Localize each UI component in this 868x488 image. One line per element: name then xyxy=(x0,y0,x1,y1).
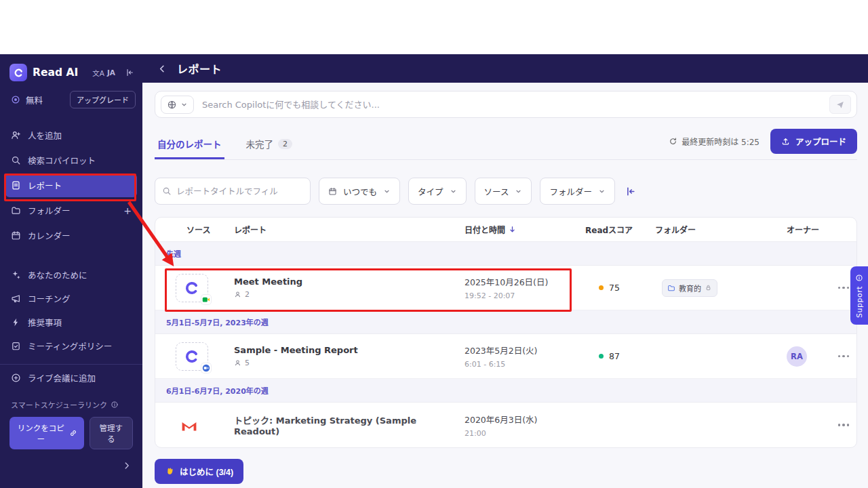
search-icon xyxy=(162,186,172,196)
sidebar-item-add-live-meeting[interactable]: ライブ会議に追加 xyxy=(0,364,142,391)
sidebar-collapse-icon[interactable] xyxy=(125,68,134,77)
language-switcher[interactable]: 文A JA xyxy=(92,68,115,78)
calendar-icon xyxy=(328,187,337,196)
report-time: 19:52 - 20:07 xyxy=(465,291,573,300)
translate-icon: 文A xyxy=(92,68,104,78)
report-time: 6:01 - 6:15 xyxy=(465,360,573,369)
report-title: トピック: Marketing Strategy (Sample Readout… xyxy=(234,413,458,436)
back-button[interactable] xyxy=(157,64,167,74)
chevron-down-icon xyxy=(383,188,391,195)
read-score: 75 xyxy=(573,283,637,293)
globe-icon xyxy=(167,100,177,110)
filters-row: いつでも タイプ ソース フォルダー xyxy=(155,178,857,205)
support-tab[interactable]: Support xyxy=(850,266,868,325)
logo-row: Read AI 文A JA xyxy=(0,54,142,88)
last-updated: 最終更新時刻は 5:25 xyxy=(669,136,760,147)
sidebar-item-calendar[interactable]: カレンダー xyxy=(5,224,137,247)
sidebar-expand-chevron-icon[interactable] xyxy=(122,461,132,470)
calendar-icon xyxy=(11,230,21,241)
column-read-score: Readスコア xyxy=(573,224,637,235)
report-date: 2023年5月2日(火) xyxy=(465,344,573,357)
info-icon xyxy=(111,401,119,409)
gmail-icon xyxy=(181,419,234,432)
folder-icon xyxy=(11,205,21,216)
sidebar-item-coaching[interactable]: コーチング xyxy=(5,287,137,310)
column-datetime[interactable]: 日付と時間 xyxy=(458,224,573,235)
tabs-actions: 最終更新時刻は 5:25 アップロード xyxy=(669,129,857,159)
type-filter-dropdown[interactable]: タイプ xyxy=(408,178,467,205)
more-actions-button[interactable] xyxy=(831,420,856,430)
sidebar-item-recommendations[interactable]: 推奨事項 xyxy=(5,311,137,333)
send-button[interactable] xyxy=(829,95,851,114)
chevron-down-icon xyxy=(515,188,522,195)
language-code: JA xyxy=(107,68,115,77)
sidebar-item-search-copilot[interactable]: 検索コパイロット xyxy=(5,148,137,172)
sidebar-item-label: カレンダー xyxy=(28,229,71,242)
upgrade-button[interactable]: アップグレード xyxy=(70,91,136,108)
wave-icon xyxy=(165,467,174,476)
page-title: レポート xyxy=(177,60,222,77)
collapse-filters-icon[interactable] xyxy=(625,186,636,197)
date-filter-dropdown[interactable]: いつでも xyxy=(319,178,400,205)
smart-scheduler-label: スマートスケジューラリンク xyxy=(0,391,142,413)
owner-avatar[interactable]: RA xyxy=(787,346,807,367)
report-title: Sample - Meeting Report xyxy=(234,345,458,355)
plan-row: 無料 アップグレード xyxy=(0,88,142,115)
read-ai-app-icon xyxy=(183,279,201,297)
group-row-may-2023: 5月1日-5月7日, 2023年の週 xyxy=(155,310,856,334)
link-icon xyxy=(69,429,77,437)
manage-button[interactable]: 管理する xyxy=(90,417,133,449)
folder-filter-dropdown[interactable]: フォルダー xyxy=(540,178,615,205)
content-area: レポート 自分のレポート 未完了 2 xyxy=(142,54,868,488)
copilot-input[interactable] xyxy=(194,100,829,110)
copy-link-button[interactable]: リンクをコピー xyxy=(9,417,84,449)
app-name: Read AI xyxy=(33,66,78,79)
copilot-scope-selector[interactable] xyxy=(161,96,194,114)
folder-icon xyxy=(667,284,675,292)
report-title-filter xyxy=(155,178,311,205)
copilot-search-bar xyxy=(155,91,857,118)
sidebar-item-for-you[interactable]: あなたのために xyxy=(5,264,137,286)
group-row-last-week: 先週 xyxy=(155,242,856,266)
report-time: 21:00 xyxy=(465,429,573,438)
lock-icon xyxy=(705,284,712,291)
upload-button[interactable]: アップロード xyxy=(770,129,857,154)
report-title-filter-input[interactable] xyxy=(176,186,303,197)
table-row-meet-meeting[interactable]: Meet Meeting 2 2025年10月26日(日) 19:52 - 20… xyxy=(155,266,856,310)
more-actions-button[interactable] xyxy=(831,351,856,362)
sidebar-item-add-people[interactable]: 人を追加 xyxy=(5,123,137,147)
tab-incomplete[interactable]: 未完了 2 xyxy=(243,131,296,159)
bolt-icon xyxy=(11,317,21,327)
participants-count: 5 xyxy=(234,359,458,367)
report-tabs: 自分のレポート 未完了 2 最終更新時刻は 5:25 アップロード xyxy=(155,129,857,160)
sidebar-item-meeting-policy[interactable]: ミーティングポリシー xyxy=(5,335,137,357)
chevron-down-icon xyxy=(180,101,188,108)
table-header-row: ソース レポート 日付と時間 Readスコア フォルダー オーナー xyxy=(155,218,856,242)
sidebar-item-folders[interactable]: フォルダー + xyxy=(5,199,137,222)
source-filter-dropdown[interactable]: ソース xyxy=(475,178,532,205)
sidebar-item-label: 検索コパイロット xyxy=(28,154,96,167)
video-call-icon xyxy=(201,363,211,373)
sparkles-icon xyxy=(11,270,21,280)
info-icon xyxy=(855,274,863,282)
sidebar-item-label: レポート xyxy=(28,179,62,192)
getting-started-button[interactable]: はじめに (3/4) xyxy=(155,459,243,484)
tab-my-reports[interactable]: 自分のレポート xyxy=(155,131,224,159)
participants-count: 2 xyxy=(234,290,458,299)
sort-descending-icon[interactable] xyxy=(508,225,517,234)
score-dot xyxy=(599,285,604,290)
table-row-sample-report[interactable]: Sample - Meeting Report 5 2023年5月2日(火) 6… xyxy=(155,334,856,379)
report-date: 2025年10月26日(日) xyxy=(465,275,573,288)
support-tab-label: Support xyxy=(855,286,864,318)
sidebar-nav-secondary: あなたのために コーチング 推奨事項 ミーティングポリシー xyxy=(0,249,142,357)
add-folder-button[interactable]: + xyxy=(123,205,132,216)
read-ai-app-icon xyxy=(183,348,201,365)
policy-icon xyxy=(11,341,21,351)
sidebar-item-reports[interactable]: レポート xyxy=(5,174,137,197)
sidebar-item-label: 推奨事項 xyxy=(28,316,62,329)
table-row-marketing-strategy[interactable]: トピック: Marketing Strategy (Sample Readout… xyxy=(155,403,856,447)
group-row-june-2020: 6月1日-6月7日, 2020年の週 xyxy=(155,379,856,403)
refresh-icon[interactable] xyxy=(669,137,677,146)
app-window: Read AI 文A JA 無料 アップグレード 人を追加 検索コパイ xyxy=(0,54,868,488)
folder-badge[interactable]: 教育的 xyxy=(662,279,717,297)
